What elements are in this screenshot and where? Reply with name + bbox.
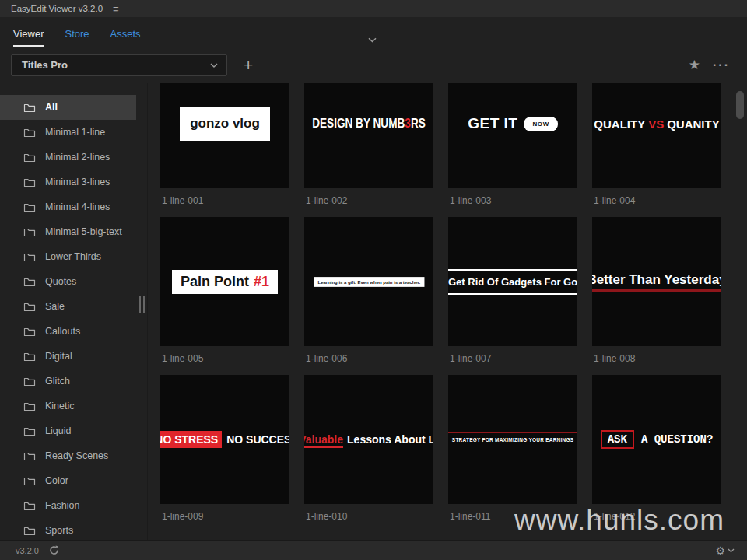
sidebar-item-sports[interactable]: Sports	[0, 518, 136, 540]
folder-icon	[23, 476, 36, 486]
template-thumbnail-1-line-005[interactable]: Pain Point#1	[160, 217, 289, 346]
more-options-icon[interactable]: ···	[713, 59, 730, 72]
tab-store[interactable]: Store	[65, 28, 89, 47]
template-cell: Get Rid Of Gadgets For Good 1-line-007	[448, 217, 577, 364]
sidebar-item-quotes[interactable]: Quotes	[0, 269, 136, 294]
template-preview-text: STRATEGY FOR MAXIMIZING YOUR EARNINGS	[448, 432, 577, 446]
sidebar-item-label: Sale	[45, 301, 65, 312]
template-thumbnail-1-line-012[interactable]: ASKA QUESTION?	[592, 375, 721, 504]
template-thumbnail-1-line-006[interactable]: Learning is a gift. Even when pain is a …	[304, 217, 433, 346]
template-preview-text: Get Rid Of Gadgets For Good	[448, 269, 577, 295]
template-thumbnail-1-line-003[interactable]: GET ITNOW	[448, 83, 577, 188]
template-preview-text: QUALITYVSQUANITY	[594, 117, 719, 131]
folder-icon	[23, 152, 36, 163]
template-preview-text: GET ITNOW	[468, 115, 558, 132]
refresh-icon[interactable]	[49, 545, 59, 555]
tab-viewer[interactable]: Viewer	[13, 28, 44, 47]
status-bar: v3.2.0 ⚙	[0, 540, 747, 560]
sidebar-item-glitch[interactable]: Glitch	[0, 369, 136, 394]
sidebar-item-label: Callouts	[45, 326, 80, 337]
folder-icon	[23, 501, 36, 511]
folder-icon	[23, 202, 36, 212]
template-preview-text: Learning is a gift. Even when pain is a …	[314, 277, 424, 287]
folder-icon	[23, 302, 36, 312]
template-label: 1-line-002	[306, 195, 433, 206]
hamburger-menu-icon[interactable]: ≡	[113, 4, 119, 14]
template-thumbnail-1-line-011[interactable]: STRATEGY FOR MAXIMIZING YOUR EARNINGS	[448, 375, 577, 504]
folder-icon	[23, 401, 36, 411]
sidebar-item-ready-scenes[interactable]: Ready Scenes	[0, 443, 136, 468]
template-label: 1-line-007	[450, 353, 577, 364]
template-cell: DESIGN BY NUMB3RS 1-line-002	[304, 83, 433, 206]
template-preview-text: 7 ValuableLessons About Life	[304, 433, 433, 446]
sidebar-item-minimal-2-lines[interactable]: Minimal 2-lines	[0, 145, 136, 170]
folder-icon	[23, 103, 36, 113]
template-cell: gonzo vlog 1-line-001	[160, 83, 289, 206]
add-preset-button[interactable]: +	[244, 57, 253, 73]
sidebar-item-all[interactable]: All	[0, 95, 136, 120]
chevron-down-icon	[728, 548, 735, 553]
sidebar-item-kinetic[interactable]: Kinetic	[0, 394, 136, 418]
template-cell: Learning is a gift. Even when pain is a …	[304, 217, 433, 364]
template-cell: ASKA QUESTION? 1-line-012	[592, 375, 721, 522]
template-thumbnail-1-line-004[interactable]: QUALITYVSQUANITY	[592, 83, 721, 188]
chevron-down-icon	[210, 63, 218, 68]
sidebar-item-minimal-1-line[interactable]: Minimal 1-line	[0, 120, 136, 145]
sidebar-item-fashion[interactable]: Fashion	[0, 493, 136, 518]
folder-icon	[23, 526, 36, 536]
folder-icon	[23, 426, 36, 436]
template-thumbnail-1-line-008[interactable]: Better Than Yesterday	[592, 217, 721, 346]
template-label: 1-line-010	[306, 511, 433, 522]
folder-icon	[23, 277, 36, 287]
sidebar-item-label: Minimal 1-line	[45, 127, 105, 138]
sidebar-item-lower-thirds[interactable]: Lower Thirds	[0, 244, 136, 269]
version-label: v3.2.0	[16, 546, 39, 555]
sidebar-item-sale[interactable]: Sale	[0, 294, 136, 319]
folder-icon	[23, 227, 36, 237]
template-thumbnail-1-line-002[interactable]: DESIGN BY NUMB3RS	[304, 83, 433, 188]
favorite-star-icon[interactable]: ★	[689, 58, 700, 72]
folder-icon	[23, 451, 36, 461]
sidebar-item-label: Fashion	[45, 500, 79, 511]
vertical-scrollbar[interactable]	[736, 91, 744, 119]
template-preview-text: NO STRESSNO SUCCESS	[160, 433, 289, 446]
template-preview-text: DESIGN BY NUMB3RS	[312, 116, 426, 131]
template-cell: Pain Point#1 1-line-005	[160, 217, 289, 364]
folder-icon	[23, 352, 36, 362]
sidebar-item-callouts[interactable]: Callouts	[0, 319, 136, 344]
chevron-down-icon[interactable]	[368, 32, 377, 46]
template-label: 1-line-003	[450, 195, 577, 206]
template-label: 1-line-001	[162, 195, 289, 206]
sidebar-resize-handle[interactable]	[139, 296, 145, 313]
template-cell: NO STRESSNO SUCCESS 1-line-009	[160, 375, 289, 522]
template-preview-text: Better Than Yesterday	[592, 272, 721, 292]
sidebar-item-label: Color	[45, 475, 68, 486]
tab-assets[interactable]: Assets	[110, 28, 141, 47]
folder-icon	[23, 128, 36, 138]
sidebar-item-label: Lower Thirds	[45, 251, 101, 262]
toolbar: Titles Pro + ★ ···	[0, 47, 747, 83]
sidebar-item-digital[interactable]: Digital	[0, 344, 136, 369]
template-label: 1-line-011	[450, 511, 577, 522]
template-cell: QUALITYVSQUANITY 1-line-004	[592, 83, 721, 206]
preset-dropdown[interactable]: Titles Pro	[11, 54, 227, 76]
folder-icon	[23, 252, 36, 262]
sidebar-item-color[interactable]: Color	[0, 468, 136, 493]
template-thumbnail-1-line-010[interactable]: 7 ValuableLessons About Life	[304, 375, 433, 504]
sidebar-item-liquid[interactable]: Liquid	[0, 418, 136, 443]
sidebar-item-minimal-3-lines[interactable]: Minimal 3-lines	[0, 170, 136, 194]
template-thumbnail-1-line-009[interactable]: NO STRESSNO SUCCESS	[160, 375, 289, 504]
sidebar-item-label: Liquid	[45, 425, 71, 436]
template-thumbnail-1-line-001[interactable]: gonzo vlog	[160, 83, 289, 188]
sidebar-item-minimal-4-lines[interactable]: Minimal 4-lines	[0, 194, 136, 219]
gear-icon: ⚙	[715, 545, 725, 556]
sidebar-item-label: Glitch	[45, 376, 70, 387]
folder-icon	[23, 177, 36, 187]
sidebar-item-label: Kinetic	[45, 401, 75, 411]
template-thumbnail-1-line-007[interactable]: Get Rid Of Gadgets For Good	[448, 217, 577, 346]
template-grid: gonzo vlog 1-line-001 DESIGN BY NUMB3RS …	[148, 83, 747, 540]
sidebar-item-minimal-5-big-text[interactable]: Minimal 5-big-text	[0, 219, 136, 244]
sidebar-item-label: Ready Scenes	[45, 450, 108, 461]
template-label: 1-line-008	[594, 353, 721, 364]
settings-button[interactable]: ⚙	[715, 545, 735, 556]
